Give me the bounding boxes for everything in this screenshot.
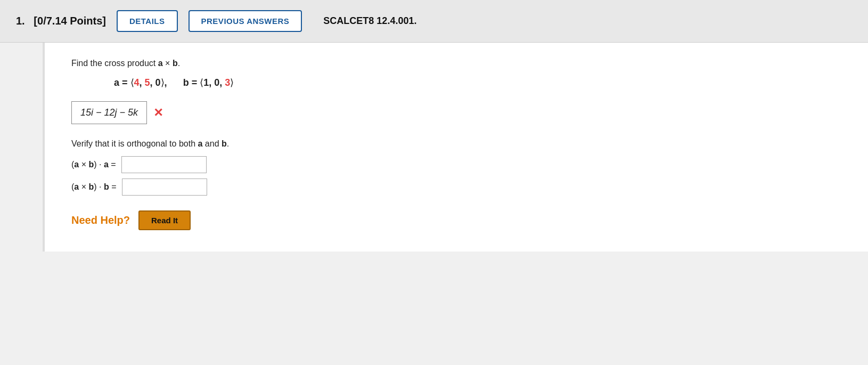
vector-a-label: a bbox=[114, 77, 119, 88]
problem-instruction: Find the cross product a × b. bbox=[71, 59, 841, 68]
wrong-mark-icon: ✕ bbox=[153, 106, 163, 120]
dot-product-a-row: (a × b) · a = bbox=[71, 156, 841, 173]
vector-b-y: 0 bbox=[214, 77, 219, 88]
answer-display: 15i − 12j − 5k bbox=[71, 101, 147, 124]
dot-b-input[interactable] bbox=[122, 179, 207, 196]
question-number: 1. [0/7.14 Points] bbox=[16, 15, 106, 27]
vector-b-label: b bbox=[183, 77, 189, 88]
points-label: [0/7.14 Points] bbox=[34, 15, 106, 27]
need-help-section: Need Help? Read It bbox=[71, 210, 841, 230]
dot-a-input[interactable] bbox=[121, 156, 207, 173]
vector-a-z: 0 bbox=[155, 77, 161, 88]
question-num-text: 1. bbox=[16, 15, 25, 27]
details-button[interactable]: DETAILS bbox=[117, 10, 178, 32]
verify-section: Verify that it is orthogonal to both a a… bbox=[71, 139, 841, 196]
header-bar: 1. [0/7.14 Points] DETAILS PREVIOUS ANSW… bbox=[0, 0, 868, 43]
vector-b-x: 1 bbox=[203, 77, 209, 88]
dot-b-label: (a × b) · b = bbox=[71, 182, 117, 192]
dot-a-label: (a × b) · a = bbox=[71, 160, 116, 169]
need-help-label: Need Help? bbox=[71, 214, 130, 226]
vector-a-y: 5 bbox=[145, 77, 150, 88]
vector-a-x: 4 bbox=[134, 77, 140, 88]
dot-product-b-row: (a × b) · b = bbox=[71, 179, 841, 196]
answer-container: 15i − 12j − 5k ✕ bbox=[71, 101, 841, 124]
vectors-display: a = ⟨4, 5, 0⟩, b = ⟨1, 0, 3⟩ bbox=[114, 77, 841, 88]
problem-code: SCALCET8 12.4.001. bbox=[323, 15, 416, 27]
verify-text: Verify that it is orthogonal to both a a… bbox=[71, 139, 841, 149]
previous-answers-button[interactable]: PREVIOUS ANSWERS bbox=[189, 10, 302, 32]
main-content: Find the cross product a × b. a = ⟨4, 5,… bbox=[43, 43, 868, 252]
read-it-button[interactable]: Read It bbox=[138, 210, 191, 230]
vector-b-z: 3 bbox=[225, 77, 230, 88]
